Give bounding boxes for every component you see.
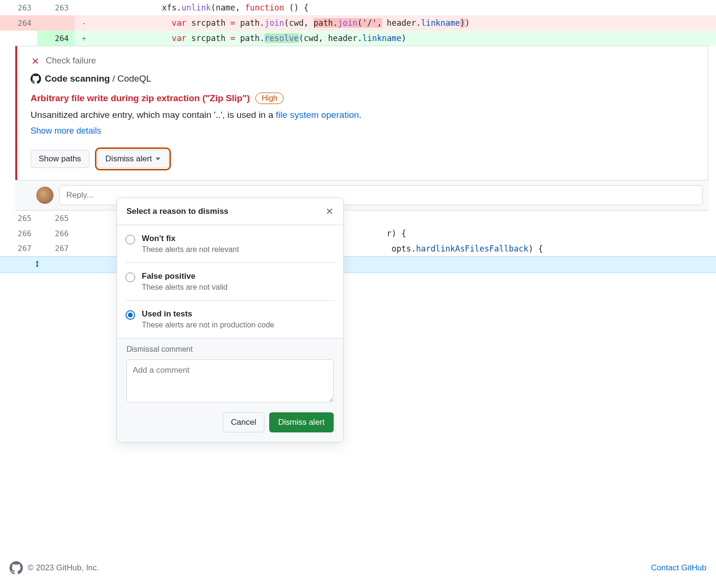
diff-table-continued: 265 265 266 266 r) { 267 267 (0, 210, 716, 273)
popover-header: Select a reason to dismiss ✕ (117, 198, 343, 225)
diff-marker (74, 0, 94, 15)
codeql-tool: CodeQL (117, 74, 151, 84)
caret-down-icon (156, 158, 160, 160)
alert-actions: Show paths Dismiss alert (17, 140, 708, 180)
diff-row-context: 267 267 opts.hardlinkAsFilesFallback) { (0, 241, 716, 256)
alert-description: Unsanitized archive entry, which may con… (17, 108, 708, 122)
diff-row-context: 265 265 (0, 210, 716, 226)
dismiss-alert-confirm-button[interactable]: Dismiss alert (269, 412, 334, 432)
expand-hunk-row[interactable] (0, 256, 716, 273)
line-num-new: 264 (37, 31, 74, 46)
dismiss-reason-wont-fix[interactable]: Won't fix These alerts are not relevant (126, 225, 335, 262)
dismiss-reason-list: Won't fix These alerts are not relevant … (117, 225, 343, 338)
radio-icon (126, 235, 135, 244)
scanner-row: Code scanning / CodeQL (17, 70, 708, 88)
code-line[interactable]: var srcpath = path.join(cwd, path.join('… (94, 15, 716, 31)
check-failure-label: Check failure (46, 56, 96, 66)
file-system-operation-link[interactable]: file system operation (276, 110, 359, 120)
diff-marker: - (74, 15, 94, 31)
dismissal-comment-label: Dismissal comment (126, 345, 334, 354)
line-num-new (37, 15, 74, 31)
dismiss-alert-highlight: Dismiss alert (95, 147, 171, 170)
show-more-row: Show more details (17, 122, 708, 140)
radio-icon-selected (126, 310, 135, 320)
alert-title[interactable]: Arbitrary file write during zip extracti… (31, 93, 250, 104)
expand-down-button[interactable] (0, 256, 74, 273)
copyright: © 2023 GitHub, Inc. (28, 563, 99, 573)
diff-table: 263 263 xfs.unlink(name, function () { 2… (0, 0, 716, 46)
line-num-new: 267 (37, 241, 74, 256)
close-icon[interactable]: ✕ (326, 207, 334, 216)
unfold-icon (33, 260, 42, 268)
line-num-new: 265 (37, 210, 74, 226)
show-paths-button[interactable]: Show paths (31, 150, 89, 168)
line-num-old (0, 31, 37, 46)
check-failure-header: Check failure (17, 46, 708, 70)
diff-marker: + (74, 31, 94, 46)
alert-title-row: Arbitrary file write during zip extracti… (17, 88, 708, 108)
dismissal-comment-input[interactable] (126, 359, 334, 402)
popover-title: Select a reason to dismiss (126, 207, 229, 216)
line-num-old: 266 (0, 226, 37, 241)
radio-icon (126, 273, 135, 282)
diff-marker (74, 241, 94, 256)
dismiss-alert-button[interactable]: Dismiss alert (97, 150, 168, 168)
diff-marker (74, 210, 94, 226)
github-icon[interactable] (10, 561, 23, 575)
line-num-new: 263 (37, 0, 74, 15)
line-num-old: 264 (0, 15, 37, 31)
diff-row-context: 266 266 r) { (0, 226, 716, 241)
code-line[interactable]: xfs.unlink(name, function () { (94, 0, 716, 15)
diff-row-deletion: 264 - var srcpath = path.join(cwd, path.… (0, 15, 716, 31)
dismiss-reason-used-in-tests[interactable]: Used in tests These alerts are not in pr… (126, 300, 335, 338)
diff-row-addition: 264 + var srcpath = path.resolve(cwd, he… (0, 31, 716, 46)
diff-row-context: 263 263 xfs.unlink(name, function () { (0, 0, 716, 15)
popover-actions: Cancel Dismiss alert (126, 412, 334, 432)
cancel-button[interactable]: Cancel (223, 412, 264, 432)
dismiss-reason-popover: Select a reason to dismiss ✕ Won't fix T… (116, 198, 344, 442)
contact-github-link[interactable]: Contact GitHub (651, 563, 706, 573)
footer: © 2023 GitHub, Inc. Contact GitHub (0, 561, 716, 575)
line-num-new: 266 (37, 226, 74, 241)
dismiss-reason-false-positive[interactable]: False positive These alerts are not vali… (126, 262, 335, 300)
line-num-old: 267 (0, 241, 37, 256)
code-scanning-label: Code scanning (45, 74, 110, 84)
show-more-details-link[interactable]: Show more details (31, 126, 101, 136)
avatar[interactable] (36, 187, 53, 204)
dismissal-comment-section: Dismissal comment Cancel Dismiss alert (117, 338, 343, 442)
line-num-old: 265 (0, 210, 37, 226)
code-line[interactable]: var srcpath = path.resolve(cwd, header.l… (94, 31, 716, 46)
x-icon (31, 56, 40, 66)
severity-badge: High (255, 93, 284, 104)
diff-marker (74, 226, 94, 241)
code-scanning-alert: Check failure Code scanning / CodeQL Arb… (15, 46, 708, 180)
line-num-old: 263 (0, 0, 37, 15)
github-icon (31, 74, 41, 84)
